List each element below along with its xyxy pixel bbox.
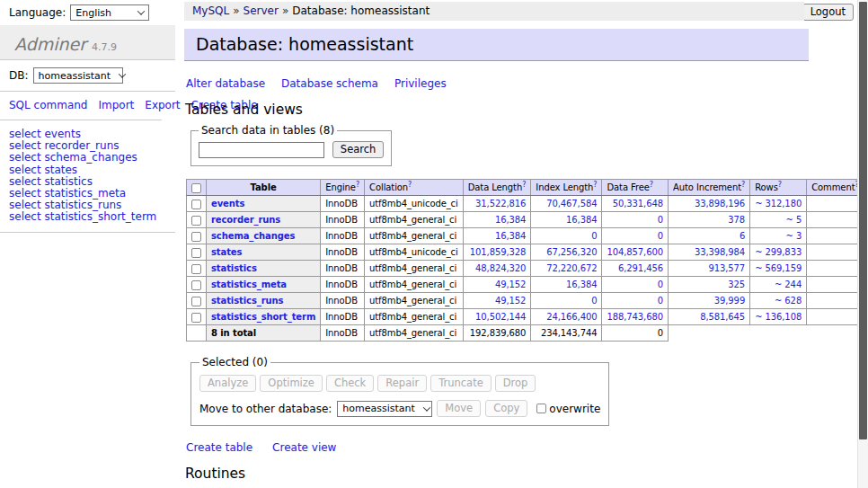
data-free-link[interactable]: 50,331,648 xyxy=(613,199,663,209)
bulk-action-button[interactable]: Truncate xyxy=(430,375,492,392)
database-action-link[interactable]: Database schema xyxy=(281,77,378,90)
index-length-link[interactable]: 67,256,320 xyxy=(546,247,597,257)
data-length-link[interactable]: 10,502,144 xyxy=(475,312,526,322)
row-checkbox[interactable] xyxy=(191,313,201,323)
data-length-link[interactable]: 31,522,816 xyxy=(475,199,526,209)
data-length-link[interactable]: 16,384 xyxy=(495,231,526,241)
move-row: Move to other database:homeassistant Mov… xyxy=(199,400,600,417)
index-length-link[interactable]: 16,384 xyxy=(566,279,597,289)
auto-increment-link[interactable]: 39,999 xyxy=(714,296,745,306)
table-name-link[interactable]: statistics_meta xyxy=(211,279,287,289)
rows-link[interactable]: ~ 244 xyxy=(775,279,802,289)
bulk-action-button[interactable]: Analyze xyxy=(199,375,256,392)
data-length-link[interactable]: 49,152 xyxy=(495,296,526,306)
column-help-link[interactable]: ? xyxy=(650,181,653,189)
table-name-link[interactable]: states xyxy=(211,247,242,257)
bulk-action-button[interactable]: Check xyxy=(326,375,374,392)
row-checkbox[interactable] xyxy=(191,248,201,258)
data-free-link[interactable]: 0 xyxy=(658,215,663,225)
data-free-link[interactable]: 0 xyxy=(658,279,663,289)
database-action-link[interactable]: Alter database xyxy=(186,77,265,90)
row-checkbox[interactable] xyxy=(191,264,201,274)
data-free-link[interactable]: 6,291,456 xyxy=(618,263,663,273)
column-help-link[interactable]: ? xyxy=(778,181,782,189)
table-name-link[interactable]: statistics_runs xyxy=(211,296,283,306)
sidebar-table-link[interactable]: select schema_changes xyxy=(9,152,175,164)
scrollbar-thumb[interactable] xyxy=(859,2,867,439)
rows-link[interactable]: ~ 5 xyxy=(786,215,802,225)
data-length-link[interactable]: 101,859,328 xyxy=(470,247,527,257)
sidebar-table-link[interactable]: select states xyxy=(9,164,175,176)
table-name-link[interactable]: recorder_runs xyxy=(211,215,280,225)
overwrite-label: overwrite xyxy=(549,403,600,415)
rows-link[interactable]: ~ 136,108 xyxy=(755,312,802,322)
move-db-select-value: homeassistant xyxy=(342,403,415,414)
breadcrumb-link-server[interactable]: Server xyxy=(244,4,279,17)
create-link[interactable]: Create view xyxy=(272,441,336,454)
auto-increment-link[interactable]: 8,581,645 xyxy=(700,312,745,322)
row-checkbox[interactable] xyxy=(191,232,201,242)
language-label: Language: xyxy=(9,6,66,19)
create-link[interactable]: Create table xyxy=(186,441,252,454)
select-all-checkbox[interactable] xyxy=(191,183,201,193)
table-name-link[interactable]: events xyxy=(211,199,244,209)
search-button[interactable]: Search xyxy=(332,141,385,158)
data-length-link[interactable]: 49,152 xyxy=(495,279,526,289)
breadcrumb-link-mysql[interactable]: MySQL xyxy=(192,4,229,17)
index-length-link[interactable]: 16,384 xyxy=(566,215,597,225)
data-free-link[interactable]: 0 xyxy=(658,231,663,241)
table-name-link[interactable]: schema_changes xyxy=(211,231,295,241)
sidebar-action-link[interactable]: Import xyxy=(98,99,134,111)
auto-increment-link[interactable]: 325 xyxy=(728,279,745,289)
sidebar-action-link[interactable]: Export xyxy=(145,99,180,111)
row-checkbox[interactable] xyxy=(191,297,201,306)
auto-increment-link[interactable]: 6 xyxy=(740,231,745,241)
index-length-link[interactable]: 72,220,672 xyxy=(546,263,597,273)
column-help-link[interactable]: ? xyxy=(408,181,412,189)
search-input[interactable] xyxy=(199,142,324,158)
copy-button[interactable]: Copy xyxy=(485,400,527,417)
auto-increment-link[interactable]: 913,577 xyxy=(708,263,745,273)
sidebar-action-link[interactable]: SQL command xyxy=(9,99,87,111)
column-help-link[interactable]: ? xyxy=(593,181,597,189)
index-length-link[interactable]: 24,166,400 xyxy=(546,312,597,322)
logout-button[interactable]: Logout xyxy=(802,4,854,21)
bulk-action-button[interactable]: Optimize xyxy=(260,375,323,392)
data-length-link[interactable]: 48,824,320 xyxy=(475,263,526,273)
move-button[interactable]: Move xyxy=(437,400,481,417)
row-checkbox[interactable] xyxy=(191,200,201,209)
table-name-link[interactable]: statistics xyxy=(211,263,257,273)
data-free-link[interactable]: 0 xyxy=(658,296,663,306)
move-db-select[interactable]: homeassistant xyxy=(337,401,432,417)
db-select-value: homeassistant xyxy=(39,70,111,82)
column-help-link[interactable]: ? xyxy=(522,181,526,189)
database-action-link[interactable]: Privileges xyxy=(394,77,447,90)
auto-increment-link[interactable]: 33,898,196 xyxy=(695,199,745,209)
rows-link[interactable]: ~ 312,180 xyxy=(755,199,802,209)
index-length-link[interactable]: 70,467,584 xyxy=(546,199,597,209)
table-name-link[interactable]: statistics_short_term xyxy=(211,312,315,322)
column-help-link[interactable]: ? xyxy=(356,181,359,189)
data-free-link[interactable]: 104,857,600 xyxy=(607,247,663,257)
index-length-link[interactable]: 0 xyxy=(591,296,597,306)
row-checkbox[interactable] xyxy=(191,280,201,290)
rows-link[interactable]: ~ 299,833 xyxy=(755,247,802,257)
rows-link[interactable]: ~ 569,159 xyxy=(755,263,802,273)
index-length-link[interactable]: 0 xyxy=(591,231,597,241)
rows-link[interactable]: ~ 628 xyxy=(775,296,802,306)
scrollbar-track[interactable] xyxy=(857,0,868,488)
bulk-action-button[interactable]: Repair xyxy=(377,375,427,392)
rows-link[interactable]: ~ 3 xyxy=(786,231,802,241)
auto-increment-link[interactable]: 33,398,984 xyxy=(695,247,745,257)
language-select[interactable]: English xyxy=(70,4,149,21)
table-name-cell: schema_changes xyxy=(207,228,321,244)
data-length-link[interactable]: 16,384 xyxy=(495,215,526,225)
overwrite-checkbox[interactable] xyxy=(536,404,546,413)
db-select[interactable]: homeassistant xyxy=(33,67,123,84)
column-help-link[interactable]: ? xyxy=(741,181,745,189)
data-free-link[interactable]: 188,743,680 xyxy=(607,312,663,322)
auto-increment-link[interactable]: 378 xyxy=(728,215,745,225)
bulk-action-button[interactable]: Drop xyxy=(495,375,536,392)
row-checkbox[interactable] xyxy=(191,216,201,226)
sidebar-table-link[interactable]: select statistics_short_term xyxy=(9,211,175,223)
